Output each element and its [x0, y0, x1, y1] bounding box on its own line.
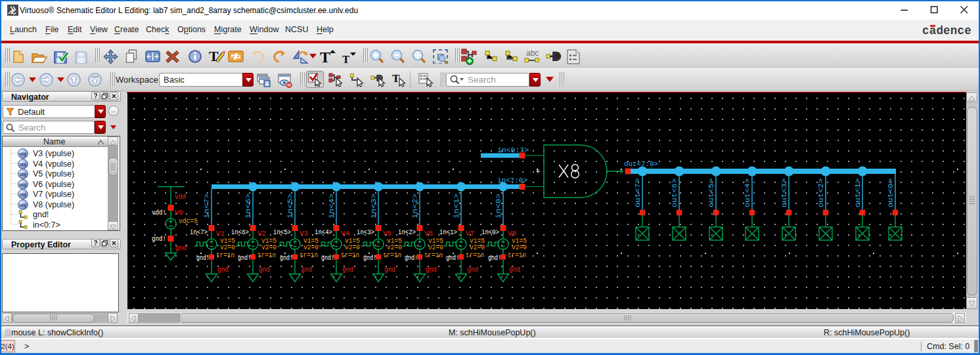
svg-text:out<2>: out<2> — [817, 178, 825, 207]
svg-text:T: T — [392, 73, 400, 85]
svg-text:v2=0: v2=0 — [512, 243, 527, 251]
svg-text:gnd: gnd — [426, 266, 437, 274]
svg-text:out<6>: out<6> — [671, 178, 679, 207]
svg-text:in<5>: in<5> — [273, 228, 291, 236]
svg-text:gnd!: gnd! — [405, 254, 418, 262]
svg-text:gnd!: gnd! — [446, 254, 459, 262]
svg-text:gnd!: gnd! — [238, 254, 251, 262]
svg-text:in<3>: in<3> — [357, 228, 374, 236]
svg-text:T: T — [320, 49, 330, 64]
svg-text:in<1>: in<1> — [439, 228, 457, 236]
svg-text:T: T — [342, 53, 350, 64]
svg-text:vdc=5: vdc=5 — [179, 217, 198, 225]
svg-text:V0: V0 — [175, 209, 183, 217]
svg-text:in<7>: in<7> — [190, 228, 208, 236]
svg-text:gnd!: gnd! — [488, 254, 501, 262]
svg-text:in<0:7>: in<0:7> — [497, 146, 529, 154]
svg-text:v2=0: v2=0 — [303, 243, 319, 251]
svg-text:gnd!: gnd! — [280, 254, 293, 262]
svg-text:in<2>: in<2> — [398, 228, 416, 236]
svg-text:in<5>: in<5> — [286, 194, 294, 219]
svg-text:v2=0: v2=0 — [387, 243, 402, 251]
svg-text:gnd!: gnd! — [363, 254, 376, 262]
svg-text:out<7>: out<7> — [634, 178, 642, 207]
svg-text:gnd: gnd — [259, 266, 270, 274]
svg-text:v2=0: v2=0 — [428, 243, 443, 251]
svg-text:in<1>: in<1> — [453, 194, 460, 219]
svg-text:out<3>: out<3> — [780, 178, 788, 207]
svg-text:out<1>: out<1> — [854, 178, 862, 207]
svg-text:gnd!: gnd! — [196, 254, 210, 262]
svg-text:tr=1n: tr=1n — [424, 251, 443, 259]
svg-text:gnd: gnd — [509, 266, 520, 274]
svg-text:tr=1n: tr=1n — [341, 251, 359, 259]
svg-text:v2=0: v2=0 — [220, 243, 235, 251]
svg-text:gnd: gnd — [217, 266, 229, 274]
svg-text:gnd!: gnd! — [321, 254, 334, 262]
svg-text:in<7>: in<7> — [203, 194, 211, 219]
svg-text:gnd: gnd — [467, 266, 478, 274]
svg-text:in<3>: in<3> — [370, 194, 378, 219]
svg-text:v2=0: v2=0 — [470, 243, 485, 251]
svg-text:tr=1n: tr=1n — [383, 251, 401, 259]
svg-text:vdd: vdd — [175, 193, 186, 201]
svg-text:out<0>: out<0> — [887, 178, 895, 207]
svg-text:v2=0: v2=0 — [345, 243, 360, 251]
svg-text:out<7:0>: out<7:0> — [624, 160, 658, 168]
svg-text:gnd: gnd — [384, 266, 395, 274]
svg-text:in<4>: in<4> — [315, 228, 332, 236]
svg-text:gnd: gnd — [342, 266, 353, 274]
svg-text:in<6>: in<6> — [231, 228, 249, 236]
svg-text:in<2>: in<2> — [411, 194, 419, 219]
svg-text:in<0>: in<0> — [495, 194, 502, 219]
svg-text:gnd: gnd — [301, 266, 312, 274]
svg-text:tr=1n: tr=1n — [508, 251, 526, 259]
svg-text:gnd!: gnd! — [152, 235, 166, 243]
svg-text:tr=1n: tr=1n — [216, 251, 234, 259]
svg-text:out<4>: out<4> — [744, 178, 751, 207]
svg-text:tr=1n: tr=1n — [300, 251, 318, 259]
svg-text:tr=1n: tr=1n — [257, 251, 276, 259]
svg-text:in<6>: in<6> — [244, 194, 252, 219]
svg-text:tr=1n: tr=1n — [466, 251, 484, 259]
svg-text:out<5>: out<5> — [707, 178, 715, 207]
svg-text:in<0>: in<0> — [481, 228, 499, 236]
svg-text:in<4>: in<4> — [328, 194, 336, 219]
svg-text:vdd!: vdd! — [152, 209, 166, 217]
svg-text:gnd: gnd — [175, 244, 187, 252]
svg-text:v2=0: v2=0 — [261, 243, 277, 251]
svg-text:abc: abc — [526, 49, 539, 58]
